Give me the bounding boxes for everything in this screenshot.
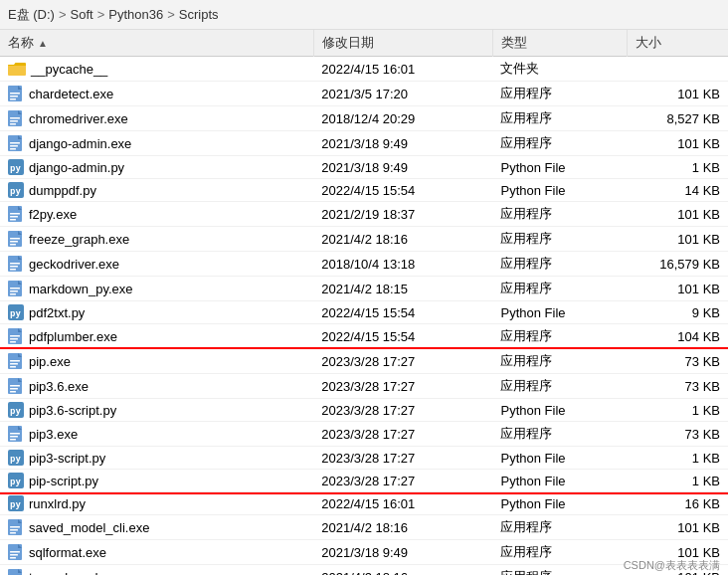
file-date-cell: 2022/4/15 16:01 (313, 57, 492, 82)
svg-rect-45 (10, 338, 18, 340)
file-size-cell: 101 KB (628, 277, 728, 301)
table-row[interactable]: geckodriver.exe2018/10/4 13:18应用程序16,579… (0, 252, 728, 277)
file-explorer-window: E盘 (D:) > Soft > Python36 > Scripts 名称 ▲… (0, 0, 728, 577)
table-row[interactable]: saved_model_cli.exe2021/4/2 18:16应用程序101… (0, 515, 728, 540)
svg-rect-55 (10, 388, 18, 390)
svg-rect-39 (10, 293, 16, 295)
watermark: CSDN@表表表表满 (624, 558, 720, 573)
svg-rect-74 (10, 532, 16, 534)
file-size-cell: 73 KB (628, 422, 728, 447)
file-type-cell: Python File (492, 301, 627, 324)
file-type-cell: 应用程序 (492, 277, 627, 301)
table-row[interactable]: tensorboard.exe2021/4/2 18:16应用程序101 KB (0, 565, 728, 576)
file-name-text: __pycache__ (31, 62, 107, 77)
table-row[interactable]: pip3.exe2023/3/28 17:27应用程序73 KB (0, 422, 728, 447)
file-date-cell: 2023/3/28 17:27 (313, 374, 492, 399)
file-name-text: pip.exe (29, 354, 71, 369)
file-type-cell: 应用程序 (492, 252, 627, 277)
col-header-name[interactable]: 名称 ▲ (0, 30, 313, 57)
file-type-cell: Python File (492, 470, 627, 492)
svg-text:py: py (10, 406, 21, 416)
table-row[interactable]: pip3.6.exe2023/3/28 17:27应用程序73 KB (0, 374, 728, 399)
file-date-cell: 2018/12/4 20:29 (313, 106, 492, 131)
table-row[interactable]: f2py.exe2021/2/19 18:37应用程序101 KB (0, 202, 728, 227)
table-row[interactable]: freeze_graph.exe2021/4/2 18:16应用程序101 KB (0, 227, 728, 252)
svg-rect-62 (10, 436, 18, 438)
table-row[interactable]: py dumppdf.py2022/4/15 15:54Python File1… (0, 179, 728, 202)
file-date-cell: 2023/3/28 17:27 (313, 349, 492, 374)
file-name-cell: pdfplumber.exe (0, 324, 313, 349)
file-name-cell: py pip3-script.py (0, 447, 313, 470)
py-icon: py (8, 450, 24, 466)
file-name-cell: py pdf2txt.py (0, 301, 313, 324)
file-name-text: django-admin.exe (29, 136, 131, 151)
file-date-cell: 2022/4/15 15:54 (313, 179, 492, 202)
file-date-cell: 2021/3/18 9:49 (313, 131, 492, 156)
table-row[interactable]: pdfplumber.exe2022/4/15 15:54应用程序104 KB (0, 324, 728, 349)
file-type-cell: 应用程序 (492, 131, 627, 156)
py-icon: py (8, 473, 24, 488)
file-name-text: pip3.6.exe (29, 379, 89, 394)
file-type-cell: Python File (492, 399, 627, 422)
table-row[interactable]: django-admin.exe2021/3/18 9:49应用程序101 KB (0, 131, 728, 156)
svg-rect-61 (10, 433, 20, 435)
py-icon: py (8, 159, 24, 175)
table-row[interactable]: sqlformat.exe2021/3/18 9:49应用程序101 KB (0, 540, 728, 565)
col-header-size[interactable]: 大小 (628, 30, 728, 57)
col-header-date[interactable]: 修改日期 (313, 30, 492, 57)
svg-rect-14 (10, 145, 18, 147)
table-header: 名称 ▲ 修改日期 类型 大小 (0, 30, 728, 57)
file-size-cell: 8,527 KB (628, 106, 728, 131)
file-name-text: markdown_py.exe (29, 282, 133, 296)
svg-rect-33 (10, 266, 18, 268)
file-date-cell: 2022/4/15 15:54 (313, 301, 492, 324)
file-name-text: pdfplumber.exe (29, 329, 117, 344)
exe-icon (8, 281, 24, 296)
table-row[interactable]: chardetect.exe2021/3/5 17:20应用程序101 KB (0, 82, 728, 106)
table-row[interactable]: py pip3.6-script.py2023/3/28 17:27Python… (0, 399, 728, 422)
file-list-scroll[interactable]: 名称 ▲ 修改日期 类型 大小 __ (0, 30, 728, 575)
svg-rect-38 (10, 290, 18, 292)
exe-icon (8, 569, 24, 575)
file-type-cell: 应用程序 (492, 540, 627, 565)
table-row[interactable]: markdown_py.exe2021/4/2 18:15应用程序101 KB (0, 277, 728, 301)
table-row[interactable]: py django-admin.py2021/3/18 9:49Python F… (0, 156, 728, 179)
svg-rect-9 (10, 120, 18, 122)
exe-icon (8, 231, 24, 247)
file-date-cell: 2023/3/28 17:27 (313, 422, 492, 447)
file-size-cell: 104 KB (628, 324, 728, 349)
file-type-cell: 应用程序 (492, 202, 627, 227)
file-name-cell: py django-admin.py (0, 156, 313, 179)
breadcrumb[interactable]: E盘 (D:) > Soft > Python36 > Scripts (0, 0, 728, 30)
svg-rect-49 (10, 360, 20, 362)
table-row[interactable]: py pip-script.py2023/3/28 17:27Python Fi… (0, 470, 728, 492)
file-size-cell (628, 57, 728, 82)
svg-rect-22 (10, 213, 20, 215)
breadcrumb-part[interactable]: Scripts (179, 7, 219, 22)
table-row[interactable]: py pdf2txt.py2022/4/15 15:54Python File9… (0, 301, 728, 324)
breadcrumb-part[interactable]: Soft (71, 7, 93, 22)
svg-rect-0 (8, 65, 26, 76)
file-name-text: pip3-script.py (29, 451, 105, 466)
file-name-text: geckodriver.exe (29, 257, 119, 272)
file-size-cell: 101 KB (628, 131, 728, 156)
file-name-cell: chromedriver.exe (0, 106, 313, 131)
table-row[interactable]: pip.exe2023/3/28 17:27应用程序73 KB (0, 349, 728, 374)
svg-rect-77 (10, 551, 20, 553)
file-name-text: django-admin.py (29, 160, 124, 175)
file-name-cell: chardetect.exe (0, 82, 313, 106)
file-name-cell: py pip-script.py (0, 470, 313, 492)
svg-rect-37 (10, 288, 20, 289)
table-row[interactable]: py pip3-script.py2023/3/28 17:27Python F… (0, 447, 728, 470)
file-size-cell: 101 KB (628, 202, 728, 227)
breadcrumb-part[interactable]: Python36 (108, 7, 163, 22)
exe-icon (8, 110, 24, 126)
table-row[interactable]: py runxlrd.py2022/4/15 16:01Python File1… (0, 492, 728, 515)
file-date-cell: 2018/10/4 13:18 (313, 252, 492, 277)
table-row[interactable]: __pycache__2022/4/15 16:01文件夹 (0, 57, 728, 82)
table-row[interactable]: chromedriver.exe2018/12/4 20:29应用程序8,527… (0, 106, 728, 131)
col-header-type[interactable]: 类型 (492, 30, 627, 57)
file-date-cell: 2021/3/18 9:49 (313, 156, 492, 179)
breadcrumb-separator: > (59, 7, 67, 22)
breadcrumb-part[interactable]: E盘 (D:) (8, 6, 55, 24)
